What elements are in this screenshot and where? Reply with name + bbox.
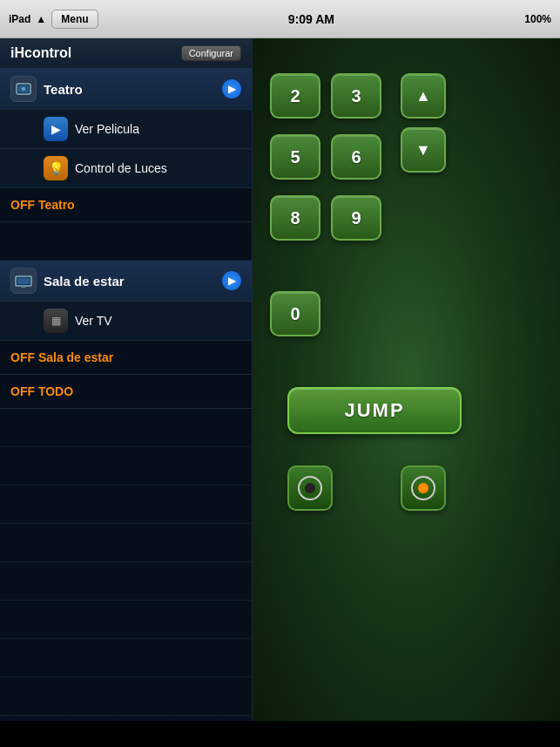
off-teatro-text: OFF Teatro [10, 198, 75, 212]
ver-tv-item[interactable]: ▦ Ver TV [0, 302, 252, 341]
dot-inner-right [418, 483, 428, 493]
button-0[interactable]: 0 [270, 291, 320, 336]
button-6[interactable]: 6 [331, 134, 381, 180]
svg-point-2 [22, 87, 25, 91]
teatro-name: Teatro [44, 82, 83, 97]
group-teatro-header[interactable]: Teatro ▶ [0, 69, 252, 110]
off-sala-text: OFF Sala de estar [10, 350, 113, 364]
configurar-button[interactable]: Configurar [181, 45, 241, 61]
sala-icon [10, 268, 37, 294]
sidebar-header: iHcontrol Configurar [0, 38, 252, 69]
status-left: iPad ▲ Menu [9, 10, 98, 29]
main-content: iHcontrol Configurar Teatro ▶ ▶ [0, 38, 560, 721]
nav-up-button[interactable]: ▲ [401, 73, 446, 119]
remote-buttons-area: 2 3 ▲ 5 6 ▼ 8 9 0 JUMP [261, 65, 557, 553]
sala-name: Sala de estar [44, 274, 125, 289]
nav-down-button[interactable]: ▼ [401, 127, 446, 173]
sidebar-title: iHcontrol [10, 45, 71, 61]
jump-button[interactable]: JUMP [287, 387, 462, 434]
button-5[interactable]: 5 [270, 134, 320, 180]
control-luces-item[interactable]: 💡 Control de Luces [0, 149, 252, 188]
group-teatro-left: Teatro [10, 76, 83, 102]
off-all-text: OFF TODO [10, 384, 73, 398]
empty-row-7 [0, 639, 252, 677]
dot-circle-right [411, 476, 435, 500]
separator-1 [0, 222, 252, 261]
group-sala-header[interactable]: Sala de estar ▶ [0, 261, 252, 302]
status-bar: iPad ▲ Menu 9:09 AM 100% [0, 0, 560, 38]
button-9[interactable]: 9 [331, 195, 381, 241]
empty-row-4 [0, 524, 252, 562]
battery-display: 100% [524, 13, 551, 25]
teatro-arrow-icon: ▶ [222, 79, 241, 98]
device-label: iPad [9, 13, 30, 25]
off-sala-button[interactable]: OFF Sala de estar [0, 341, 252, 375]
control-luces-label: Control de Luces [75, 161, 167, 175]
empty-row-2 [0, 447, 252, 486]
time-display: 9:09 AM [288, 12, 334, 26]
remote-panel: 2 3 ▲ 5 6 ▼ 8 9 0 JUMP [253, 38, 560, 721]
off-all-button[interactable]: OFF TODO [0, 375, 252, 409]
empty-row-5 [0, 562, 252, 601]
button-8[interactable]: 8 [270, 195, 320, 241]
ver-tv-label: Ver TV [75, 314, 112, 328]
menu-button[interactable]: Menu [51, 10, 98, 29]
group-sala-left: Sala de estar [10, 268, 125, 294]
ver-tv-icon: ▦ [44, 309, 68, 333]
svg-rect-5 [21, 286, 26, 288]
empty-row-1 [0, 409, 252, 447]
dot-inner-left [305, 483, 315, 493]
teatro-icon [10, 76, 37, 102]
toolbar-area: Menu [51, 10, 98, 29]
off-teatro-button[interactable]: OFF Teatro [0, 188, 252, 222]
button-3[interactable]: 3 [331, 73, 381, 119]
control-luces-icon: 💡 [44, 156, 68, 180]
svg-rect-4 [17, 278, 30, 284]
empty-row-3 [0, 486, 252, 524]
dot-circle-left [298, 476, 322, 500]
sala-arrow-icon: ▶ [222, 271, 241, 290]
small-button-left[interactable] [287, 465, 333, 511]
ver-pelicula-icon: ▶ [44, 117, 68, 141]
sidebar: iHcontrol Configurar Teatro ▶ ▶ [0, 38, 253, 721]
small-button-right[interactable] [401, 465, 446, 511]
ver-pelicula-label: Ver Pelicula [75, 122, 139, 136]
ver-pelicula-item[interactable]: ▶ Ver Pelicula [0, 110, 252, 149]
empty-row-8 [0, 677, 252, 716]
wifi-icon: ▲ [36, 13, 46, 25]
empty-row-6 [0, 601, 252, 639]
button-2[interactable]: 2 [270, 73, 320, 119]
